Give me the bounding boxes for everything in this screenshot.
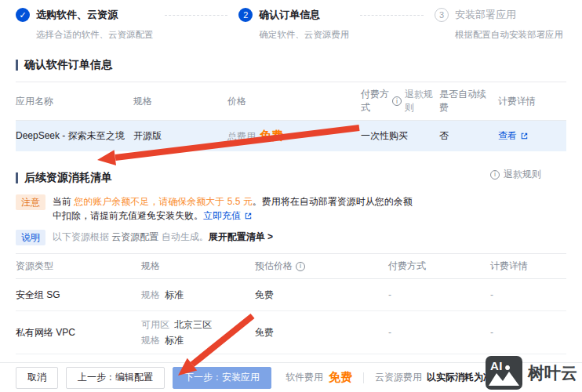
footer-divider	[363, 372, 364, 383]
step3-number: 3	[435, 8, 449, 22]
brand-logo-icon: AI	[486, 356, 522, 390]
spec-value: 北京三区	[174, 317, 212, 332]
col-resource-type: 资源类型	[16, 254, 141, 278]
step1-check-icon: ✓	[16, 8, 30, 22]
step-select-software: ✓ 选购软件、云资源 选择合适的软件、云资源配置	[16, 8, 154, 41]
prev-step-button[interactable]: 上一步：编辑配置	[66, 367, 165, 389]
section-title-bar	[16, 60, 18, 71]
col-pay-method: 付费方式 i 退款规则	[361, 82, 439, 120]
col-app-name: 应用名称	[16, 82, 133, 120]
spec-value: 标准	[165, 332, 184, 348]
stepper-connector	[360, 15, 424, 16]
notice-text-1: 当前	[53, 196, 74, 207]
next-step-install-button[interactable]: 下一步：安装应用	[173, 367, 271, 389]
col-billing-detail: 计费详情	[498, 82, 566, 120]
note-cloud-config: 云资源配置	[111, 231, 158, 242]
refund-rule-link-right[interactable]: i 退款规则	[490, 168, 541, 181]
spec-key: 规格	[141, 332, 160, 348]
step2-desc: 确定软件、云资源费用	[259, 29, 349, 41]
billing-detail-cell: 查看	[498, 122, 566, 151]
cloud-fee-label: 云资源费用	[375, 371, 422, 384]
refund-rule-text: 退款规则	[504, 168, 541, 181]
resource-row-vpc: 私有网络 VPC 可用区北京三区 规格标准 免费 - -	[16, 311, 566, 354]
view-billing-link[interactable]: 查看	[498, 129, 529, 143]
cloud-fee-value: 以实际消耗为准	[427, 371, 493, 384]
resource-price-cell: 免费	[255, 281, 388, 310]
refund-rule-link[interactable]: 退款规则	[405, 88, 433, 114]
resources-title-text: 后续资源消耗清单	[24, 171, 112, 185]
spec-cell: 开源版	[133, 122, 227, 151]
external-link-icon	[244, 212, 253, 220]
col-resource-pay: 付费方式	[388, 254, 490, 278]
auto-renew-cell: 否	[439, 122, 498, 151]
price-cell: 总费用免费	[227, 121, 361, 151]
app-name-cell: DeepSeek - 探索未至之境	[16, 122, 133, 151]
resource-spec-cell: 可用区北京三区 规格标准	[141, 311, 255, 354]
auto-generate-note: 说明 以下资源根据 云资源配置 自动生成。展开配置清单 >	[16, 230, 566, 245]
software-order-table: 应用名称 规格 价格 付费方式 i 退款规则 是否自动续费 计费详情 DeepS…	[16, 82, 566, 151]
resource-pay-cell: -	[388, 281, 490, 308]
resource-detail-cell: -	[490, 281, 566, 308]
resources-section-title: 后续资源消耗清单	[16, 171, 566, 185]
note-text-2: 自动生成。	[158, 231, 208, 242]
col-estimated-price: 预估价格 i	[255, 254, 388, 278]
pay-method-label: 付费方式	[361, 88, 389, 114]
stepper-connector	[165, 15, 228, 16]
resource-type-cell: 私有网络 VPC	[16, 321, 141, 345]
resource-type-cell: 安全组 SG	[16, 281, 141, 310]
resource-price-cell: 免费	[255, 321, 388, 345]
step1-label: 选购软件、云资源	[36, 8, 118, 22]
info-icon[interactable]: i	[392, 96, 402, 106]
brand-name-text: 树叶云	[528, 362, 577, 384]
resource-table-header: 资源类型 规格 预估价格 i 付费方式 计费详情	[16, 253, 566, 279]
info-icon[interactable]: i	[296, 262, 305, 271]
balance-notice: 注意 当前 您的账户余额不足，请确保余额大于 5.5 元。费用将在自动部署资源时…	[16, 194, 566, 223]
recharge-link[interactable]: 立即充值	[203, 209, 253, 223]
col-spec: 规格	[133, 82, 227, 120]
info-icon: i	[490, 170, 500, 180]
order-stepper: ✓ 选购软件、云资源 选择合适的软件、云资源配置 2 确认订单信息 确定软件、云…	[0, 0, 582, 41]
view-link-text: 查看	[498, 129, 517, 143]
external-link-icon	[520, 132, 529, 140]
estimated-price-label: 预估价格	[255, 260, 293, 273]
notice-badge: 注意	[16, 194, 45, 210]
section-title-bar	[16, 172, 18, 183]
note-badge: 说明	[16, 230, 45, 245]
pay-method-cell: 一次性购买	[361, 122, 439, 151]
step-confirm-order: 2 确认订单信息 确定软件、云资源费用	[238, 8, 349, 41]
resource-row-security-group: 安全组 SG 规格标准 免费 - -	[16, 279, 566, 311]
col-resource-detail: 计费详情	[490, 254, 566, 278]
software-order-section-title: 确认软件订单信息	[16, 58, 566, 72]
step2-label: 确认订单信息	[259, 8, 320, 22]
spec-value: 标准	[165, 287, 184, 303]
notice-balance-warning: 您的账户余额不足，请确保余额大于 5.5 元	[74, 196, 252, 207]
col-auto-renew: 是否自动续费	[439, 82, 498, 120]
software-order-title-text: 确认软件订单信息	[24, 58, 112, 72]
step3-desc: 根据配置自动安装部署应用	[455, 29, 563, 41]
cancel-button[interactable]: 取消	[16, 367, 58, 389]
notice-text: 当前 您的账户余额不足，请确保余额大于 5.5 元。费用将在自动部署资源时从您的…	[53, 194, 421, 223]
spec-key: 可用区	[141, 317, 169, 332]
software-fee-label: 软件费用	[286, 371, 323, 384]
note-text-1: 以下资源根据	[53, 231, 111, 242]
watermark-brand: AI 树叶云	[486, 356, 577, 390]
step-install-deploy: 3 安装部署应用 根据配置自动安装部署应用	[435, 8, 563, 41]
software-fee-value: 免费	[329, 370, 352, 385]
note-text: 以下资源根据 云资源配置 自动生成。展开配置清单 >	[53, 230, 273, 244]
step3-label: 安装部署应用	[455, 8, 516, 22]
software-order-row: DeepSeek - 探索未至之境 开源版 总费用免费 一次性购买 否 查看	[16, 121, 566, 151]
free-price-value: 免费	[260, 129, 283, 142]
expand-config-list-link[interactable]: 展开配置清单 >	[209, 231, 273, 242]
spec-key: 规格	[141, 287, 160, 303]
resource-detail-cell: -	[490, 321, 566, 343]
step1-desc: 选择合适的软件、云资源配置	[36, 29, 154, 41]
software-table-header: 应用名称 规格 价格 付费方式 i 退款规则 是否自动续费 计费详情	[16, 82, 566, 121]
resource-pay-cell: -	[388, 321, 490, 343]
col-resource-spec: 规格	[141, 254, 255, 278]
col-price: 价格	[227, 82, 361, 120]
mountain-icon	[486, 356, 522, 390]
total-fee-label: 总费用	[227, 131, 256, 142]
step2-number: 2	[238, 8, 253, 22]
recharge-link-text: 立即充值	[203, 209, 241, 223]
resource-spec-cell: 规格标准	[141, 279, 255, 310]
